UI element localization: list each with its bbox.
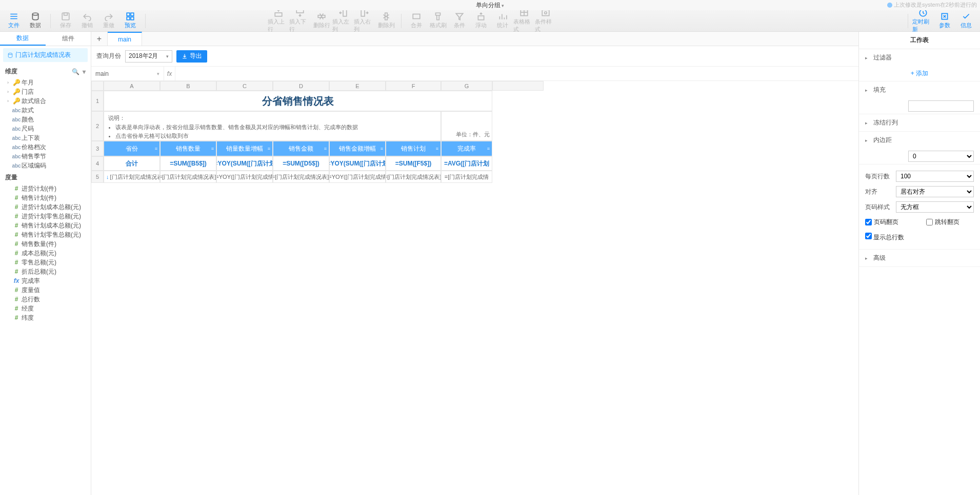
row-header[interactable]: 2 (91, 111, 104, 141)
measure-item[interactable]: #进货计划(件) (2, 184, 89, 193)
row-header[interactable]: 3 (91, 141, 104, 156)
sum-cell[interactable]: =YOY(SUM([门店计划 (216, 156, 273, 171)
preview-button[interactable]: 预览 (119, 11, 141, 31)
sum-cell[interactable]: 合计 (104, 156, 160, 171)
stats-button[interactable]: 统计 (492, 11, 513, 31)
data-cell[interactable]: =[门店计划完成情况表]. (386, 171, 441, 183)
header-menu-icon[interactable]: ≡ (487, 146, 490, 151)
data-button[interactable]: 数据 (25, 11, 46, 31)
redo-button[interactable]: 重做 (98, 11, 119, 31)
col-header[interactable]: B (160, 81, 216, 91)
padding-select[interactable]: 0 (908, 151, 974, 162)
data-cell[interactable]: =YOY([门店计划完成情 (216, 171, 273, 183)
measure-item[interactable]: #经度 (2, 304, 89, 313)
row-header[interactable]: 4 (91, 156, 104, 171)
per-page-select[interactable]: 100 (896, 171, 974, 182)
insert-above-button[interactable]: 插入上行 (268, 11, 289, 31)
info-button[interactable]: 信息 (955, 11, 977, 31)
table-header[interactable]: 销售金额≡ (273, 141, 329, 156)
section-filter[interactable]: ▸过滤器 (859, 49, 980, 66)
sum-cell[interactable]: =SUM([D5$]) (273, 156, 329, 171)
data-cell[interactable]: =[门店计划完成情况表]. (273, 171, 329, 183)
dim-item[interactable]: abc区域编码 (2, 161, 89, 170)
tab-data[interactable]: 数据 (0, 32, 46, 46)
col-header[interactable]: G (441, 81, 492, 91)
header-menu-icon[interactable]: ≡ (155, 146, 157, 151)
data-cell[interactable]: =[门店计划完成情 (441, 171, 492, 183)
doc-title[interactable]: 单向分组 (476, 1, 505, 10)
measure-item[interactable]: #度量值 (2, 285, 89, 295)
dim-item[interactable]: ›🔑款式组合 (2, 96, 89, 106)
insert-right-button[interactable]: 插入右列 (354, 11, 375, 31)
data-cell[interactable]: ↓[门店计划完成情况表]. (104, 171, 160, 183)
measure-item[interactable]: #销售数量(件) (2, 239, 89, 249)
merge-button[interactable]: 合并 (406, 11, 427, 31)
name-box[interactable]: main (91, 67, 164, 80)
header-menu-icon[interactable]: ≡ (211, 146, 214, 151)
measure-item[interactable]: fx完成率 (2, 276, 89, 285)
measure-item[interactable]: #销售计划成本总额(元) (2, 221, 89, 230)
table-header[interactable]: 完成率≡ (441, 141, 492, 156)
dim-item[interactable]: abc上下装 (2, 133, 89, 142)
align-select[interactable]: 居右对齐 (896, 186, 974, 197)
dim-item[interactable]: abc销售季节 (2, 152, 89, 161)
dim-item[interactable]: abc尺码 (2, 124, 89, 133)
measure-item[interactable]: #总行数 (2, 295, 89, 304)
measure-item[interactable]: #零售总额(元) (2, 258, 89, 267)
col-header[interactable]: F (386, 81, 441, 91)
table-header[interactable]: 销售数量≡ (160, 141, 216, 156)
col-header[interactable]: C (216, 81, 273, 91)
col-header[interactable]: E (329, 81, 386, 91)
format-brush-button[interactable]: 格式刷 (427, 11, 449, 31)
header-menu-icon[interactable]: ≡ (436, 146, 438, 151)
float-button[interactable]: 浮动 (470, 11, 492, 31)
query-month-select[interactable]: 2018年2月 (125, 50, 172, 63)
dim-item[interactable]: ›🔑门店 (2, 87, 89, 96)
params-button[interactable]: 参数 (934, 11, 955, 31)
header-menu-icon[interactable]: ≡ (381, 146, 383, 151)
dim-item[interactable]: abc颜色 (2, 115, 89, 124)
dim-item[interactable]: abc款式 (2, 106, 89, 115)
sheet-tab-main[interactable]: main (108, 32, 142, 46)
header-menu-icon[interactable]: ≡ (324, 146, 327, 151)
dim-item[interactable]: ›🔑年月 (2, 78, 89, 87)
sum-cell[interactable]: =YOY(SUM([门店计划 (329, 156, 386, 171)
refresh-button[interactable]: 定时刷新 (912, 11, 934, 31)
data-cell[interactable]: =[门店计划完成情况表]. (160, 171, 216, 183)
insert-left-button[interactable]: 插入左列 (332, 11, 354, 31)
tab-component[interactable]: 组件 (46, 32, 91, 46)
sum-cell[interactable]: =SUM([B5$]) (160, 156, 216, 171)
table-header[interactable]: 省份≡ (104, 141, 160, 156)
section-padding[interactable]: ▸内边距 (859, 132, 980, 149)
measure-item[interactable]: #进货计划零售总额(元) (2, 212, 89, 221)
row-header[interactable]: 1 (91, 91, 104, 111)
measure-item[interactable]: #销售计划(件) (2, 193, 89, 202)
search-icon[interactable]: 🔍 (72, 68, 79, 75)
table-format-button[interactable]: 表格格式 (513, 11, 535, 31)
save-button[interactable]: 保存 (55, 11, 76, 31)
section-fill[interactable]: ▸填充 (859, 81, 980, 98)
section-freeze[interactable]: ▸冻结行列 (859, 114, 980, 131)
file-button[interactable]: 文件 (3, 11, 25, 31)
chevron-down-icon[interactable]: ▾ (83, 68, 86, 75)
fill-input[interactable] (908, 100, 974, 112)
cond-format-button[interactable]: 条件样式 (535, 11, 556, 31)
col-header[interactable]: A (104, 81, 160, 91)
filter-button[interactable]: 条件 (449, 11, 470, 31)
measure-item[interactable]: #进货计划成本总额(元) (2, 202, 89, 212)
dim-item[interactable]: abc价格档次 (2, 142, 89, 152)
table-header[interactable]: 销售金额增幅≡ (329, 141, 386, 156)
delete-row-button[interactable]: 删除行 (311, 11, 332, 31)
add-filter-button[interactable]: 添加 (859, 66, 980, 81)
page-paging-checkbox[interactable]: 页码翻页 (865, 218, 898, 226)
section-advanced[interactable]: ▸高级 (859, 250, 980, 266)
datasource-item[interactable]: 门店计划完成情况表 (3, 48, 88, 62)
measure-item[interactable]: #折后总额(元) (2, 267, 89, 276)
table-header[interactable]: 销量数量增幅≡ (216, 141, 273, 156)
page-style-select[interactable]: 无方框 (896, 201, 974, 213)
formula-input[interactable] (175, 67, 858, 80)
grid[interactable]: ABCDEFG1分省销售情况表2说明：该表是单向浮动表，按省分组显示销售数量、销… (91, 81, 858, 495)
delete-col-button[interactable]: 删除列 (375, 11, 397, 31)
measure-item[interactable]: #纬度 (2, 313, 89, 322)
add-sheet-button[interactable]: + (91, 32, 108, 46)
